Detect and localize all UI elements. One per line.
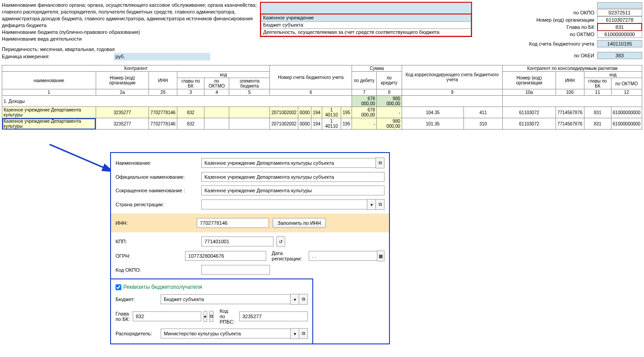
th-cons-inn: ИНН — [556, 72, 584, 89]
detail-panel: Наименование: ⧉ Официальное наименование… — [110, 152, 390, 344]
acc-value: 140110195 — [597, 40, 642, 47]
table-head: Контрагент Номер счета бюджетного учета … — [2, 65, 642, 96]
inn-input[interactable] — [197, 218, 269, 228]
th-kontragent-cons: Контрагент по консолидируемым расчетам — [503, 65, 642, 72]
kpp-label: КПП: — [116, 239, 201, 244]
regdate-label: Дата регистрации: — [272, 250, 306, 261]
dropdown-icon[interactable]: ▾ — [290, 328, 299, 339]
section-row: 1. Доходы 678 000,00 980 000,00 — [2, 96, 642, 107]
ogrn-label: ОГРН: — [116, 253, 185, 259]
disposer-input[interactable] — [161, 329, 291, 338]
section-title: Реквизиты бюджетополучателя — [116, 284, 308, 290]
shortname-input[interactable] — [201, 185, 385, 195]
inn-label: ИНН: — [116, 220, 197, 226]
okei-value: 383 — [597, 52, 642, 59]
history-icon[interactable]: ↺ — [276, 236, 285, 247]
oktmo-label: по ОКТМО — [570, 32, 594, 37]
header-mid-top — [260, 2, 472, 14]
th-accnum: Номер счета бюджетного учета — [270, 65, 352, 89]
disposer-label: Распорядитель: — [116, 331, 161, 336]
glava-label: Глава по БК — [566, 24, 594, 30]
selected-cell[interactable]: Казенное учреждение Департамента культур… — [2, 118, 96, 130]
okpo-det-label: Код ОКПО: — [116, 267, 201, 273]
th-sum: Сумма — [352, 65, 402, 72]
unit-value: руб. — [114, 53, 210, 60]
dropdown-icon[interactable]: ▾ — [367, 199, 376, 210]
budget-det-label: Бюджет: — [116, 297, 161, 302]
mid-activity: Деятельность, осуществляемая за счет сре… — [261, 29, 471, 36]
th-orgcode: Номер (код) организации — [96, 72, 149, 89]
glava-value: 831 — [597, 23, 642, 31]
th-cons-org: Номер (код) организации — [503, 72, 556, 89]
period-label: Периодичность: месячная, квартальная, го… — [2, 46, 259, 53]
name-input[interactable] — [201, 158, 376, 168]
open-icon[interactable]: ⧉ — [375, 199, 385, 210]
table-row[interactable]: Казенное учреждение Департамента культур… — [2, 107, 642, 118]
unit-label: Единица измерения: — [2, 53, 114, 60]
budget-label: Наименование бюджета (публично-правового… — [2, 29, 259, 36]
mid-budget: Бюджет субъекта — [261, 22, 471, 29]
section-checkbox[interactable] — [116, 284, 121, 290]
th-cons-glava: главы по БК — [584, 78, 611, 89]
main-table: Контрагент Номер счета бюджетного учета … — [2, 65, 642, 130]
ogrn-input[interactable] — [185, 251, 266, 261]
th-credit: по кредиту — [377, 72, 402, 89]
open-icon[interactable]: ⧉ — [299, 328, 308, 339]
dropdown-icon[interactable]: ▾ — [204, 311, 207, 322]
th-glava: главы по БК — [177, 78, 204, 89]
offname-label: Официальное наименование: — [116, 174, 201, 180]
regdate-input[interactable] — [309, 251, 377, 261]
oktmo-value: 61000000000 — [597, 31, 642, 38]
th-oktmo: по ОКТМО — [204, 78, 229, 89]
glava-input[interactable] — [133, 311, 201, 321]
th-cons-oktmo: по ОКТМО — [611, 78, 642, 89]
rpbs-label: Код по РПБС: — [220, 308, 235, 325]
rpbs-input[interactable] — [239, 311, 308, 321]
acc-label: Код счета бюджетного учета — [529, 41, 594, 46]
fill-by-inn-button[interactable]: Заполнить по ИНН — [273, 218, 326, 228]
activity-label: Наименование вида деятельности — [2, 36, 259, 42]
th-inn: ИНН — [149, 72, 177, 89]
offname-input[interactable] — [201, 172, 385, 182]
th-kontragent: Контрагент — [2, 65, 270, 72]
glava-det-label: Глава по БК: — [116, 311, 130, 322]
calendar-icon[interactable]: ▦ — [377, 250, 385, 261]
okei-label: по ОКЕИ — [574, 53, 594, 58]
th-elem: элемента бюджета — [229, 78, 270, 89]
country-label: Страна регистрации: — [116, 202, 201, 207]
orgcode-label: Номер (код) организации — [536, 17, 594, 23]
budget-input[interactable] — [161, 294, 291, 304]
header-text: Наименование финансового органа; органа,… — [2, 2, 259, 29]
th-debit: по дебету — [352, 72, 376, 89]
svg-line-0 — [50, 144, 113, 172]
dropdown-icon[interactable]: ▾ — [290, 294, 299, 305]
th-corr: Код корреспонди­рующего счета бюджетного… — [402, 65, 502, 89]
okpo-det-input[interactable] — [201, 265, 270, 275]
country-input[interactable] — [201, 199, 367, 209]
orgcode-value: 6110307278 — [597, 16, 642, 23]
open-icon[interactable]: ⧉ — [375, 158, 385, 168]
th-cons-code: код — [584, 72, 642, 78]
shortname-label: Сокращенное наименование : — [116, 188, 201, 193]
open-icon[interactable]: ⧉ — [209, 311, 213, 322]
table-row[interactable]: Казенное учреждение Департамента культур… — [2, 118, 642, 130]
kpp-input[interactable] — [201, 236, 273, 246]
okpo-label: по ОКПО — [573, 10, 594, 15]
th-code: код — [177, 72, 270, 78]
okpo-value: 02372511 — [597, 9, 642, 16]
open-icon[interactable]: ⧉ — [299, 294, 308, 305]
th-name: наименование — [2, 72, 96, 89]
mid-org: Казенное учреждение — [261, 14, 471, 22]
name-label: Наименование: — [116, 160, 201, 166]
